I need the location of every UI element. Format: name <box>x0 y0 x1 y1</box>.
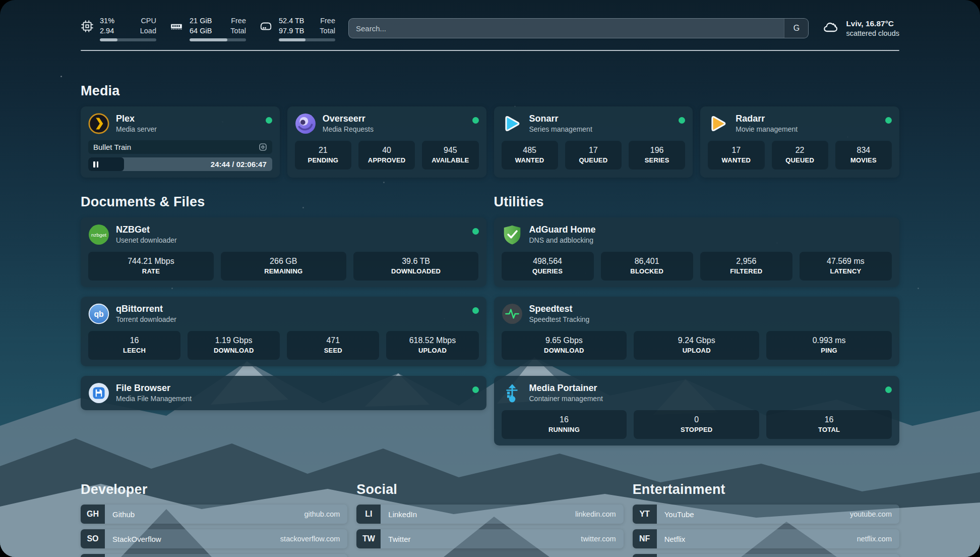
dev-abbr-badge: DT <box>81 554 105 557</box>
memory-progress-fill <box>190 38 227 41</box>
app-card-nzbget[interactable]: nzbget NZBGet Usenet downloader 74 <box>81 217 486 287</box>
cpu-progress-track <box>100 38 156 41</box>
nzbget-stat-downloaded: 39.6 TB DOWNLOADED <box>353 252 479 281</box>
adguard-stat-filtered: 2,956 FILTERED <box>700 252 792 281</box>
plex-now-playing-title: Bullet Train <box>93 143 131 151</box>
radarr-icon <box>708 113 729 134</box>
plex-playback-progress-fill <box>88 157 124 171</box>
section-title-entertainment: Entertainment <box>633 482 899 497</box>
overseerr-status-dot <box>472 117 479 124</box>
qbittorrent-status-dot <box>472 307 479 314</box>
speedtest-stat-download: 9.65 Gbps DOWNLOAD <box>502 331 627 360</box>
sonarr-icon <box>502 113 523 134</box>
search-input[interactable] <box>349 19 784 38</box>
nzbget-desc: Usenet downloader <box>116 236 466 245</box>
filebrowser-icon <box>88 382 109 404</box>
portainer-desc: Container management <box>529 394 879 404</box>
cpu-icon <box>81 20 94 35</box>
links-column-social: Social LI LinkedIn linkedin.com TW Twitt… <box>356 482 623 557</box>
memory-progress-track <box>190 38 246 41</box>
speedtest-name: Speedtest <box>529 303 892 315</box>
weather-condition: scattered clouds <box>846 29 899 38</box>
disk-total-value: 97.9 TB <box>279 26 304 36</box>
plex-name: Plex <box>116 113 259 125</box>
app-card-overseerr[interactable]: Overseerr Media Requests 21 PENDING 40 A… <box>287 106 486 178</box>
link-linkedin[interactable]: LI LinkedIn linkedin.com <box>356 505 623 524</box>
link-reddit[interactable]: RE Reddit reddit.com <box>633 554 899 557</box>
qbittorrent-desc: Torrent downloader <box>116 315 466 324</box>
app-card-filebrowser[interactable]: File Browser Media File Management <box>81 376 486 410</box>
overseerr-icon <box>295 113 316 134</box>
app-card-plex[interactable]: Plex Media server Bullet Train <box>81 106 280 178</box>
sonarr-name: Sonarr <box>529 113 672 125</box>
plex-desc: Media server <box>116 125 259 134</box>
app-card-adguard[interactable]: AdGuard Home DNS and adblocking 498,564 … <box>494 217 900 287</box>
adguard-icon <box>502 224 523 245</box>
svg-text:nzbget: nzbget <box>91 232 106 238</box>
radarr-stat-queued: 22 QUEUED <box>772 141 828 170</box>
adguard-stat-latency: 47.569 ms LATENCY <box>800 252 892 281</box>
plex-playback-time: 24:44 / 02:06:47 <box>211 157 267 171</box>
memory-total-value: 64 GiB <box>190 26 212 36</box>
weather-location-temp: Lviv, 16.87°C <box>846 18 899 29</box>
qbittorrent-stat-seed: 471 SEED <box>287 331 379 360</box>
link-twitter[interactable]: TW Twitter twitter.com <box>356 529 623 548</box>
plex-status-dot <box>266 117 272 124</box>
nzbget-icon: nzbget <box>88 224 109 245</box>
disk-stat: 52.4 TB 97.9 TB Free Total <box>259 16 335 41</box>
qbittorrent-stat-leech: 16 LEECH <box>88 331 180 360</box>
search-bar: G <box>348 18 809 38</box>
app-card-speedtest[interactable]: Speedtest Speedtest Tracking 9.65 Gbps D… <box>494 297 900 366</box>
sonarr-stat-queued: 17 QUEUED <box>565 141 622 170</box>
memory-stat: 21 GiB 64 GiB Free Total <box>169 16 246 41</box>
memory-total-label: Total <box>230 26 246 36</box>
twitter-abbr-badge: TW <box>356 529 381 548</box>
speedtest-icon <box>502 303 523 324</box>
cpu-label: CPU <box>140 16 156 26</box>
link-netflix[interactable]: NF Netflix netflix.com <box>633 529 899 548</box>
app-card-sonarr[interactable]: Sonarr Series management 485 WANTED 17 Q… <box>494 106 693 178</box>
radarr-status-dot <box>885 117 892 124</box>
memory-icon <box>169 20 183 35</box>
nzbget-name: NZBGet <box>116 224 466 236</box>
link-stackoverflow[interactable]: SO StackOverflow stackoverflow.com <box>81 529 347 548</box>
plex-playback-progress[interactable]: 24:44 / 02:06:47 <box>88 157 272 171</box>
sonarr-desc: Series management <box>529 125 672 134</box>
search-engine-button[interactable]: G <box>784 19 808 38</box>
cpu-load-label: Load <box>140 26 156 36</box>
app-card-radarr[interactable]: Radarr Movie management 17 WANTED 22 QUE… <box>700 106 899 178</box>
dashboard-window: 31% 2.94 CPU Load <box>0 0 980 557</box>
svg-text:qb: qb <box>94 310 103 318</box>
section-title-documents: Documents & Files <box>81 194 486 210</box>
cpu-progress-fill <box>100 38 117 41</box>
qbittorrent-icon: qb <box>88 303 109 324</box>
weather-widget[interactable]: Lviv, 16.87°C scattered clouds <box>822 18 899 38</box>
overseerr-stat-pending: 21 PENDING <box>295 141 351 170</box>
filebrowser-status-dot <box>472 386 479 393</box>
portainer-icon <box>502 382 523 404</box>
portainer-stat-stopped: 0 STOPPED <box>634 410 759 439</box>
radarr-desc: Movie management <box>736 125 879 134</box>
link-github[interactable]: GH Github github.com <box>81 505 347 524</box>
qbittorrent-name: qBittorrent <box>116 303 466 315</box>
links-column-entertainment: Entertainment YT YouTube youtube.com NF … <box>633 482 899 557</box>
app-card-qbittorrent[interactable]: qb qBittorrent Torrent downloader <box>81 297 486 366</box>
link-youtube[interactable]: YT YouTube youtube.com <box>633 505 899 524</box>
section-title-developer: Developer <box>81 482 347 497</box>
qbittorrent-stat-upload: 618.52 Mbps UPLOAD <box>386 331 478 360</box>
speedtest-desc: Speedtest Tracking <box>529 315 892 324</box>
pause-icon <box>93 161 98 168</box>
plex-now-playing-row: Bullet Train <box>88 140 272 154</box>
disk-icon <box>259 20 273 35</box>
disk-free-label: Free <box>320 16 335 26</box>
github-abbr-badge: GH <box>81 505 105 524</box>
links-column-developer: Developer GH Github github.com SO StackO… <box>81 482 347 557</box>
disk-free-value: 52.4 TB <box>279 16 304 26</box>
section-title-media: Media <box>81 83 899 99</box>
adguard-stat-queries: 498,564 QUERIES <box>502 252 594 281</box>
link-dev[interactable]: DT DEV dev.to <box>81 554 347 557</box>
section-title-utilities: Utilities <box>494 194 900 210</box>
overseerr-desc: Media Requests <box>323 125 466 134</box>
app-card-portainer[interactable]: Media Portainer Container management 16 … <box>494 376 900 445</box>
cast-icon <box>259 143 267 151</box>
